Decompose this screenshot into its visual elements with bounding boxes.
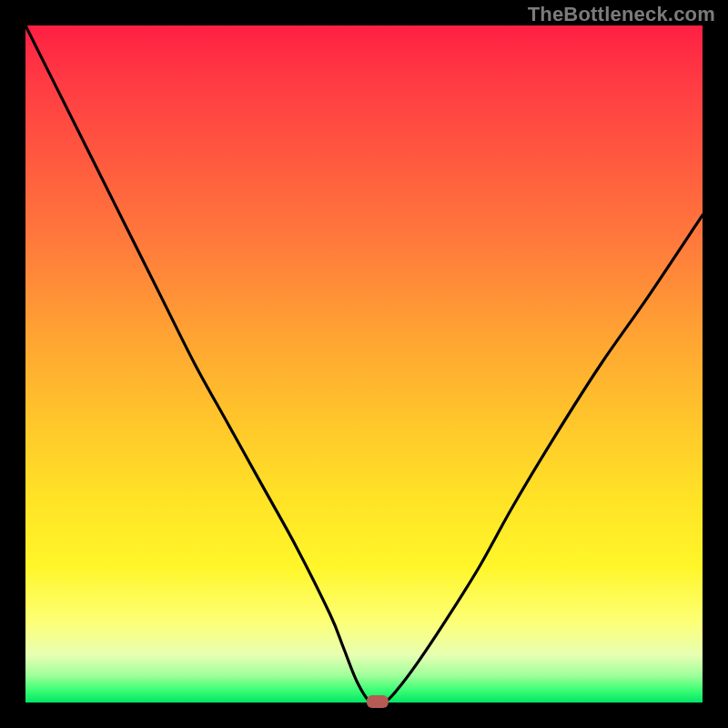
optimal-marker [367, 695, 389, 708]
watermark-text: TheBottleneck.com [528, 3, 715, 26]
plot-area [25, 25, 703, 703]
chart-frame: TheBottleneck.com [0, 0, 728, 728]
curve-path [25, 25, 703, 704]
bottleneck-curve [25, 25, 703, 703]
